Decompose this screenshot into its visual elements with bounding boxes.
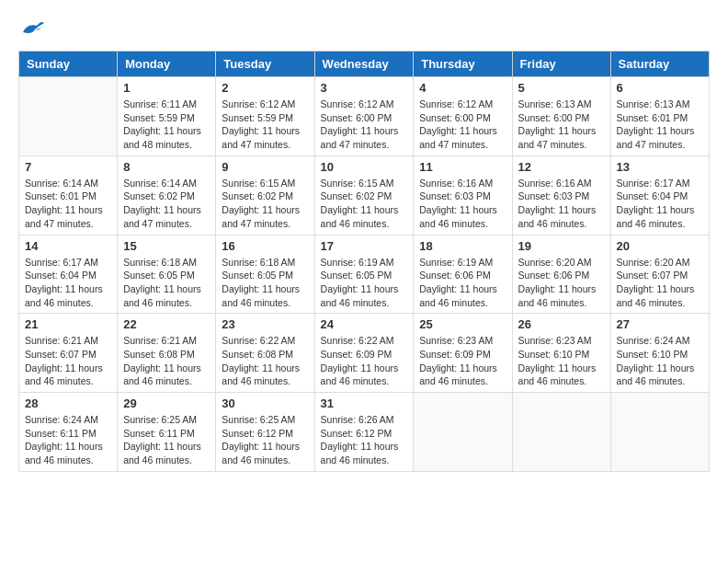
day-number: 16 (222, 239, 308, 253)
calendar-cell: 30Sunrise: 6:25 AMSunset: 6:12 PMDayligh… (216, 393, 314, 472)
day-number: 28 (25, 396, 111, 410)
day-number: 15 (123, 239, 210, 253)
calendar-cell: 19Sunrise: 6:20 AMSunset: 6:06 PMDayligh… (512, 235, 610, 314)
calendar-header-friday: Friday (512, 52, 610, 77)
calendar-header-tuesday: Tuesday (216, 52, 314, 77)
calendar-cell: 20Sunrise: 6:20 AMSunset: 6:07 PMDayligh… (610, 235, 709, 314)
day-info: Sunrise: 6:17 AMSunset: 6:04 PMDaylight:… (25, 256, 111, 310)
day-number: 1 (123, 81, 210, 95)
calendar-header-monday: Monday (118, 52, 216, 77)
calendar-cell: 2Sunrise: 6:12 AMSunset: 5:59 PMDaylight… (216, 77, 314, 156)
day-info: Sunrise: 6:19 AMSunset: 6:05 PMDaylight:… (321, 256, 408, 310)
calendar-cell: 1Sunrise: 6:11 AMSunset: 5:59 PMDaylight… (118, 77, 216, 156)
calendar-header-sunday: Sunday (19, 52, 118, 77)
day-info: Sunrise: 6:22 AMSunset: 6:08 PMDaylight:… (222, 334, 308, 388)
page-header (18, 18, 710, 41)
week-row-4: 21Sunrise: 6:21 AMSunset: 6:07 PMDayligh… (19, 314, 710, 393)
day-number: 29 (123, 396, 210, 410)
calendar-cell: 3Sunrise: 6:12 AMSunset: 6:00 PMDaylight… (314, 77, 414, 156)
day-info: Sunrise: 6:15 AMSunset: 6:02 PMDaylight:… (321, 177, 408, 231)
day-number: 12 (518, 160, 605, 174)
day-number: 9 (222, 160, 308, 174)
week-row-2: 7Sunrise: 6:14 AMSunset: 6:01 PMDaylight… (19, 155, 710, 235)
day-number: 7 (25, 160, 111, 174)
week-row-3: 14Sunrise: 6:17 AMSunset: 6:04 PMDayligh… (19, 235, 710, 314)
week-row-1: 1Sunrise: 6:11 AMSunset: 5:59 PMDaylight… (19, 77, 710, 156)
calendar-cell: 16Sunrise: 6:18 AMSunset: 6:05 PMDayligh… (216, 235, 314, 314)
day-info: Sunrise: 6:13 AMSunset: 6:00 PMDaylight:… (518, 98, 605, 152)
day-number: 25 (419, 317, 506, 331)
day-info: Sunrise: 6:21 AMSunset: 6:08 PMDaylight:… (123, 334, 210, 388)
day-info: Sunrise: 6:14 AMSunset: 6:02 PMDaylight:… (123, 177, 210, 231)
day-info: Sunrise: 6:23 AMSunset: 6:09 PMDaylight:… (419, 334, 506, 388)
calendar-cell: 31Sunrise: 6:26 AMSunset: 6:12 PMDayligh… (314, 393, 414, 472)
calendar-header-thursday: Thursday (414, 52, 512, 77)
day-info: Sunrise: 6:12 AMSunset: 6:00 PMDaylight:… (321, 98, 408, 152)
calendar-cell: 10Sunrise: 6:15 AMSunset: 6:02 PMDayligh… (314, 155, 414, 235)
day-info: Sunrise: 6:18 AMSunset: 6:05 PMDaylight:… (123, 256, 210, 310)
calendar-cell: 25Sunrise: 6:23 AMSunset: 6:09 PMDayligh… (414, 314, 512, 393)
calendar-header-wednesday: Wednesday (314, 52, 414, 77)
day-info: Sunrise: 6:21 AMSunset: 6:07 PMDaylight:… (25, 334, 111, 388)
day-info: Sunrise: 6:22 AMSunset: 6:09 PMDaylight:… (321, 334, 408, 388)
day-number: 19 (518, 239, 605, 253)
day-info: Sunrise: 6:16 AMSunset: 6:03 PMDaylight:… (518, 177, 605, 231)
day-info: Sunrise: 6:25 AMSunset: 6:11 PMDaylight:… (123, 413, 210, 467)
day-info: Sunrise: 6:12 AMSunset: 6:00 PMDaylight:… (419, 98, 506, 152)
day-info: Sunrise: 6:25 AMSunset: 6:12 PMDaylight:… (222, 413, 308, 467)
day-number: 4 (419, 81, 506, 95)
calendar-cell: 15Sunrise: 6:18 AMSunset: 6:05 PMDayligh… (118, 235, 216, 314)
calendar-cell (512, 393, 610, 472)
calendar-cell: 28Sunrise: 6:24 AMSunset: 6:11 PMDayligh… (19, 393, 118, 472)
day-number: 21 (25, 317, 111, 331)
day-info: Sunrise: 6:20 AMSunset: 6:07 PMDaylight:… (617, 256, 703, 310)
day-info: Sunrise: 6:12 AMSunset: 5:59 PMDaylight:… (222, 98, 308, 152)
calendar-cell: 26Sunrise: 6:23 AMSunset: 6:10 PMDayligh… (512, 314, 610, 393)
day-number: 6 (617, 81, 703, 95)
calendar-cell: 17Sunrise: 6:19 AMSunset: 6:05 PMDayligh… (314, 235, 414, 314)
calendar-table: SundayMondayTuesdayWednesdayThursdayFrid… (18, 51, 710, 472)
day-info: Sunrise: 6:14 AMSunset: 6:01 PMDaylight:… (25, 177, 111, 231)
calendar-cell: 9Sunrise: 6:15 AMSunset: 6:02 PMDaylight… (216, 155, 314, 235)
day-number: 8 (123, 160, 210, 174)
calendar-cell: 18Sunrise: 6:19 AMSunset: 6:06 PMDayligh… (414, 235, 512, 314)
calendar-cell (610, 393, 709, 472)
day-info: Sunrise: 6:17 AMSunset: 6:04 PMDaylight:… (617, 177, 703, 231)
calendar-cell: 13Sunrise: 6:17 AMSunset: 6:04 PMDayligh… (610, 155, 709, 235)
week-row-5: 28Sunrise: 6:24 AMSunset: 6:11 PMDayligh… (19, 393, 710, 472)
day-number: 18 (419, 239, 506, 253)
day-number: 22 (123, 317, 210, 331)
day-info: Sunrise: 6:20 AMSunset: 6:06 PMDaylight:… (518, 256, 605, 310)
day-info: Sunrise: 6:24 AMSunset: 6:11 PMDaylight:… (25, 413, 111, 467)
day-number: 30 (222, 396, 308, 410)
day-info: Sunrise: 6:11 AMSunset: 5:59 PMDaylight:… (123, 98, 210, 152)
day-info: Sunrise: 6:24 AMSunset: 6:10 PMDaylight:… (617, 334, 703, 388)
day-info: Sunrise: 6:13 AMSunset: 6:01 PMDaylight:… (617, 98, 703, 152)
calendar-cell: 7Sunrise: 6:14 AMSunset: 6:01 PMDaylight… (19, 155, 118, 235)
calendar-cell: 29Sunrise: 6:25 AMSunset: 6:11 PMDayligh… (118, 393, 216, 472)
calendar-cell: 11Sunrise: 6:16 AMSunset: 6:03 PMDayligh… (414, 155, 512, 235)
day-number: 10 (321, 160, 408, 174)
day-number: 13 (617, 160, 703, 174)
day-number: 26 (518, 317, 605, 331)
day-number: 31 (321, 396, 408, 410)
calendar-cell (414, 393, 512, 472)
calendar-cell: 14Sunrise: 6:17 AMSunset: 6:04 PMDayligh… (19, 235, 118, 314)
logo (18, 18, 46, 41)
day-number: 14 (25, 239, 111, 253)
day-info: Sunrise: 6:23 AMSunset: 6:10 PMDaylight:… (518, 334, 605, 388)
calendar-cell: 27Sunrise: 6:24 AMSunset: 6:10 PMDayligh… (610, 314, 709, 393)
day-info: Sunrise: 6:15 AMSunset: 6:02 PMDaylight:… (222, 177, 308, 231)
day-info: Sunrise: 6:16 AMSunset: 6:03 PMDaylight:… (419, 177, 506, 231)
day-info: Sunrise: 6:26 AMSunset: 6:12 PMDaylight:… (321, 413, 408, 467)
day-number: 3 (321, 81, 408, 95)
day-number: 5 (518, 81, 605, 95)
calendar-cell (19, 77, 118, 156)
day-number: 24 (321, 317, 408, 331)
calendar-header-row: SundayMondayTuesdayWednesdayThursdayFrid… (19, 52, 710, 77)
day-number: 11 (419, 160, 506, 174)
logo-bird-icon (18, 18, 46, 37)
calendar-header-saturday: Saturday (610, 52, 709, 77)
calendar-cell: 4Sunrise: 6:12 AMSunset: 6:00 PMDaylight… (414, 77, 512, 156)
day-number: 17 (321, 239, 408, 253)
